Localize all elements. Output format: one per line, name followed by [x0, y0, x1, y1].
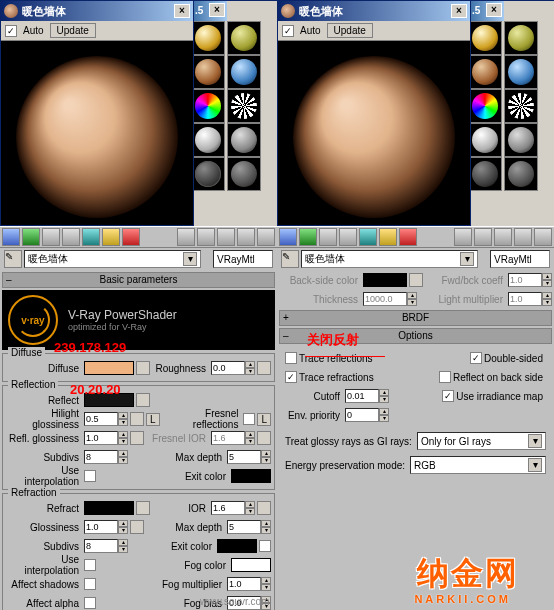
material-name-input[interactable]: 暖色墙体▾	[24, 250, 201, 268]
tool-icon[interactable]	[197, 228, 215, 246]
tool-icon[interactable]	[22, 228, 40, 246]
swatch[interactable]	[468, 89, 502, 123]
tool-icon[interactable]	[399, 228, 417, 246]
chevron-down-icon[interactable]: ▾	[528, 458, 542, 472]
chevron-down-icon[interactable]: ▾	[183, 252, 197, 266]
reflect-backside-checkbox[interactable]	[439, 371, 451, 383]
rglossy-spinner[interactable]: ▴▾	[84, 431, 128, 445]
map-button[interactable]	[409, 273, 423, 287]
gi-rays-dropdown[interactable]: Only for GI rays▾	[417, 432, 546, 450]
backside-color[interactable]	[363, 273, 407, 287]
swatch[interactable]	[468, 123, 502, 157]
update-button[interactable]: Update	[50, 23, 96, 38]
tool-icon[interactable]	[237, 228, 255, 246]
swatch[interactable]	[191, 55, 225, 89]
tool-icon[interactable]	[62, 228, 80, 246]
swatch[interactable]	[227, 21, 261, 55]
swatch[interactable]	[504, 157, 538, 191]
refract-color[interactable]	[84, 501, 134, 515]
useinterp-checkbox[interactable]	[84, 559, 96, 571]
swatch[interactable]	[227, 157, 261, 191]
rollout-options[interactable]: Options	[279, 328, 552, 344]
swatch[interactable]	[191, 123, 225, 157]
doublesided-checkbox[interactable]: ✓	[470, 352, 482, 364]
subdivs-spinner[interactable]: ▴▾	[84, 539, 128, 553]
chevron-down-icon[interactable]: ▾	[460, 252, 474, 266]
map-button[interactable]	[257, 501, 271, 515]
tool-icon[interactable]	[534, 228, 552, 246]
pick-icon[interactable]: ✎	[281, 250, 299, 268]
swatch[interactable]	[468, 157, 502, 191]
material-type-button[interactable]: VRayMtl	[490, 250, 550, 268]
ior-spinner[interactable]: ▴▾	[211, 501, 255, 515]
update-button[interactable]: Update	[327, 23, 373, 38]
map-button[interactable]	[136, 501, 150, 515]
material-type-button[interactable]: VRayMtl	[213, 250, 273, 268]
map-button[interactable]	[257, 361, 271, 375]
hglossy-spinner[interactable]: ▴▾	[84, 412, 128, 426]
tool-icon[interactable]	[279, 228, 297, 246]
tool-icon[interactable]	[122, 228, 140, 246]
tool-icon[interactable]	[379, 228, 397, 246]
auto-checkbox[interactable]: ✓	[5, 25, 17, 37]
cutoff-spinner[interactable]: ▴▾	[345, 389, 389, 403]
exit-color[interactable]	[231, 469, 271, 483]
irradiance-checkbox[interactable]: ✓	[442, 390, 454, 402]
trace-reflections-checkbox[interactable]	[285, 352, 297, 364]
exit-color[interactable]	[217, 539, 257, 553]
close-icon[interactable]: ×	[174, 4, 190, 18]
subdivs-spinner[interactable]: ▴▾	[84, 450, 128, 464]
affectalpha-checkbox[interactable]	[84, 597, 96, 609]
tool-icon[interactable]	[102, 228, 120, 246]
chevron-down-icon[interactable]: ▾	[528, 434, 542, 448]
tool-icon[interactable]	[339, 228, 357, 246]
map-button[interactable]	[136, 393, 150, 407]
swatch[interactable]	[227, 89, 261, 123]
roughness-spinner[interactable]: ▴▾	[211, 361, 255, 375]
map-button[interactable]	[257, 431, 271, 445]
swatch[interactable]	[504, 123, 538, 157]
map-button[interactable]	[130, 520, 144, 534]
fresnel-checkbox[interactable]	[243, 413, 255, 425]
fogmult-spinner[interactable]: ▴▾	[227, 577, 271, 591]
swatch[interactable]	[504, 55, 538, 89]
pick-icon[interactable]: ✎	[4, 250, 22, 268]
fior-spinner[interactable]: ▴▾	[211, 431, 255, 445]
swatch[interactable]	[468, 55, 502, 89]
tool-icon[interactable]	[474, 228, 492, 246]
tool-icon[interactable]	[177, 228, 195, 246]
auto-checkbox[interactable]: ✓	[282, 25, 294, 37]
reflect-color[interactable]	[84, 393, 134, 407]
lock-button[interactable]: L	[146, 413, 160, 426]
exit-checkbox[interactable]	[259, 540, 271, 552]
tool-icon[interactable]	[299, 228, 317, 246]
close-icon[interactable]: ×	[486, 3, 502, 17]
fogcolor[interactable]	[231, 558, 271, 572]
swatch[interactable]	[191, 157, 225, 191]
rollout-basic[interactable]: Basic parameters	[2, 272, 275, 288]
maxdepth-spinner[interactable]: ▴▾	[227, 520, 271, 534]
map-button[interactable]	[136, 361, 150, 375]
material-name-input[interactable]: 暖色墙体▾	[301, 250, 478, 268]
tool-icon[interactable]	[494, 228, 512, 246]
tool-icon[interactable]	[514, 228, 532, 246]
energy-preservation-dropdown[interactable]: RGB▾	[410, 456, 546, 474]
swatch[interactable]	[227, 123, 261, 157]
tool-icon[interactable]	[319, 228, 337, 246]
map-button[interactable]	[130, 431, 144, 445]
maxdepth-spinner[interactable]: ▴▾	[227, 450, 271, 464]
useinterp-checkbox[interactable]	[84, 470, 96, 482]
gloss-spinner[interactable]: ▴▾	[84, 520, 128, 534]
affectshadows-checkbox[interactable]	[84, 578, 96, 590]
swatch[interactable]	[227, 55, 261, 89]
tool-icon[interactable]	[359, 228, 377, 246]
lock-button[interactable]: L	[257, 413, 271, 426]
fogbias-spinner[interactable]: ▴▾	[227, 596, 271, 610]
trace-refractions-checkbox[interactable]: ✓	[285, 371, 297, 383]
close-icon[interactable]: ×	[209, 3, 225, 17]
envpriority-spinner[interactable]: ▴▾	[345, 408, 389, 422]
tool-icon[interactable]	[2, 228, 20, 246]
tool-icon[interactable]	[257, 228, 275, 246]
tool-icon[interactable]	[82, 228, 100, 246]
swatch[interactable]	[504, 89, 538, 123]
